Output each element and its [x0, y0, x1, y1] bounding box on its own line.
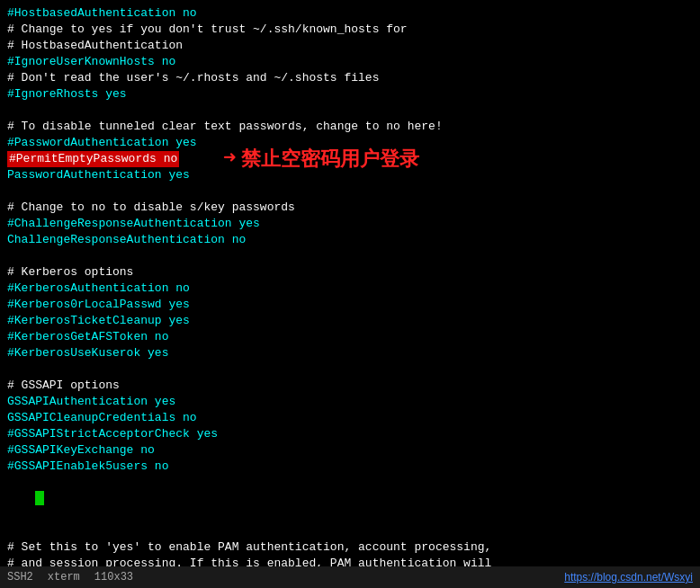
statusbar-ssh: SSH2 — [7, 571, 33, 584]
permit-highlight: #PermitEmptyPasswords no — [7, 151, 179, 167]
terminal: #HostbasedAuthentication no # Change to … — [0, 0, 700, 566]
terminal-line: # Change to no to disable s/key password… — [7, 200, 693, 216]
terminal-line: #HostbasedAuthentication no — [7, 5, 693, 22]
terminal-line — [7, 183, 693, 200]
statusbar-link[interactable]: https://blog.csdn.net/Wsxyi — [564, 571, 693, 584]
terminal-line: # Kerberos options — [7, 264, 693, 281]
statusbar-size: 110x33 — [94, 571, 133, 584]
statusbar: SSH2 xterm 110x33 https://blog.csdn.net/… — [0, 566, 700, 588]
statusbar-left: SSH2 xterm 110x33 — [7, 571, 133, 584]
terminal-line — [7, 102, 693, 119]
terminal-cursor-line — [7, 475, 693, 523]
annotation-text: 禁止空密码用户登录 — [241, 151, 419, 167]
terminal-line: GSSAPIAuthentication yes — [7, 394, 693, 410]
terminal-line: #KerberosAuthentication no — [7, 281, 693, 297]
terminal-line: # HostbasedAuthentication — [7, 38, 693, 54]
terminal-line — [7, 248, 693, 264]
terminal-line: #IgnoreUserKnownHosts no — [7, 54, 693, 70]
terminal-line: #ChallengeResponseAuthentication yes — [7, 216, 693, 232]
terminal-line: # and session processing. If this is ena… — [7, 556, 693, 566]
terminal-line: # GSSAPI options — [7, 378, 693, 394]
terminal-line: ChallengeResponseAuthentication no — [7, 232, 693, 248]
terminal-line — [7, 361, 693, 378]
terminal-line: #GSSAPIKeyExchange no — [7, 442, 693, 459]
terminal-line: #Kerberos0rLocalPasswd yes — [7, 297, 693, 313]
annotation-arrow: ➜ — [223, 151, 236, 167]
terminal-line — [7, 523, 693, 539]
terminal-line: #KerberosGetAFSToken no — [7, 329, 693, 345]
cursor — [35, 491, 44, 505]
permit-empty-passwords-line: #PermitEmptyPasswords no ➜ 禁止空密码用户登录 — [7, 151, 693, 167]
terminal-line: # Don't read the user's ~/.rhosts and ~/… — [7, 70, 693, 86]
terminal-line: #GSSAPIStrictAcceptorCheck yes — [7, 426, 693, 442]
statusbar-term: xterm — [48, 571, 80, 584]
terminal-line: #GSSAPIEnablek5users no — [7, 459, 693, 475]
terminal-line: # Set this to 'yes' to enable PAM authen… — [7, 539, 693, 556]
terminal-line: # Change to yes if you don't trust ~/.ss… — [7, 22, 693, 38]
terminal-line: #KerberosTicketCleanup yes — [7, 313, 693, 329]
terminal-line: #KerberosUseKuserok yes — [7, 345, 693, 361]
terminal-line: # To disable tunneled clear text passwor… — [7, 119, 693, 135]
terminal-line: #IgnoreRhosts yes — [7, 86, 693, 102]
terminal-line: GSSAPICleanupCredentials no — [7, 410, 693, 426]
